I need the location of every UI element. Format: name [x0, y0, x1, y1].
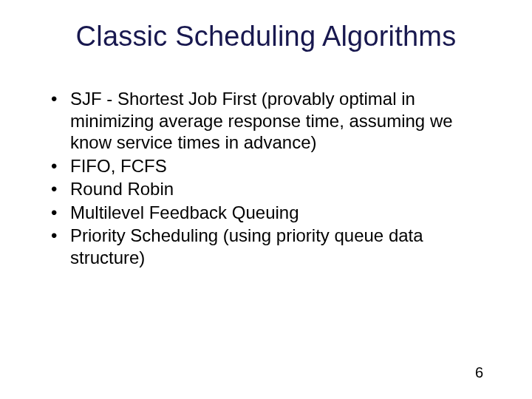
- list-item: FIFO, FCFS: [41, 155, 491, 177]
- list-item: Priority Scheduling (using priority queu…: [41, 225, 491, 268]
- page-number: 6: [475, 364, 483, 381]
- list-item: SJF - Shortest Job First (provably optim…: [41, 88, 491, 154]
- slide-title: Classic Scheduling Algorithms: [41, 21, 491, 52]
- bullet-list: SJF - Shortest Job First (provably optim…: [41, 88, 491, 268]
- list-item: Multilevel Feedback Queuing: [41, 202, 491, 224]
- list-item: Round Robin: [41, 178, 491, 200]
- slide: Classic Scheduling Algorithms SJF - Shor…: [0, 0, 532, 399]
